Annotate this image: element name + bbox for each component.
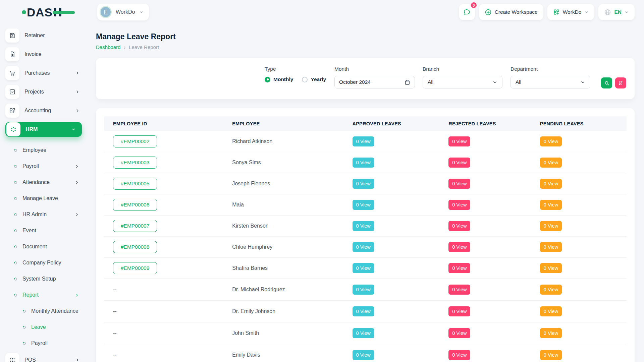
grid-plus-icon <box>5 104 19 118</box>
employee-id-badge[interactable]: #EMP00008 <box>113 241 157 253</box>
rejected-view-button[interactable]: 0 View <box>448 179 470 189</box>
department-select[interactable]: All <box>511 76 590 88</box>
pending-view-button[interactable]: 0 View <box>540 200 562 210</box>
sidebar-item-label: Payroll <box>31 340 48 346</box>
radio-selected-icon <box>265 77 270 82</box>
rejected-view-button[interactable]: 0 View <box>448 306 470 316</box>
sidebar-item-pos[interactable]: POS <box>5 353 82 362</box>
topbar: DAS WorkDo 0 Create Workspace <box>0 0 644 24</box>
reset-filter-button[interactable] <box>615 77 626 88</box>
sidebar-item-projects[interactable]: Projects <box>5 84 82 99</box>
rejected-view-button[interactable]: 0 View <box>448 285 470 295</box>
rejected-view-button[interactable]: 0 View <box>448 263 470 273</box>
approved-view-button[interactable]: 0 View <box>353 263 374 273</box>
table-row: -- Dr. Michael Rodriguez 0 View 0 View 0… <box>104 279 627 301</box>
branch-value: All <box>428 79 433 85</box>
sidebar-item-hrm[interactable]: HRM <box>5 122 82 137</box>
employee-id-badge[interactable]: #EMP00009 <box>113 262 157 274</box>
sidebar-item-company-policy[interactable]: Company Policy <box>5 255 82 271</box>
approved-view-button[interactable]: 0 View <box>353 221 374 231</box>
employee-name: Chloe Humphrey <box>232 244 272 250</box>
sidebar-item-label: Purchases <box>24 70 50 76</box>
pending-view-button[interactable]: 0 View <box>540 136 562 146</box>
rejected-view-button[interactable]: 0 View <box>448 221 470 231</box>
employee-id-badge[interactable]: #EMP00002 <box>113 135 157 147</box>
employee-name: Joseph Fiennes <box>232 181 270 186</box>
sidebar-item-invoice[interactable]: Invoice <box>5 47 82 62</box>
sidebar-item-report[interactable]: Report <box>5 287 82 303</box>
col-rejected-leaves: REJECTED LEAVES <box>439 116 531 131</box>
approved-view-button[interactable]: 0 View <box>353 158 374 168</box>
sidebar-item-employee[interactable]: Employee <box>5 142 82 158</box>
pending-view-button[interactable]: 0 View <box>540 179 562 189</box>
table-row: -- John Smith 0 View 0 View 0 View <box>104 322 627 344</box>
logo-h-glyph <box>54 7 63 17</box>
pending-view-button[interactable]: 0 View <box>540 306 562 316</box>
sidebar-item-attendance[interactable]: Attendance <box>5 174 82 190</box>
sidebar-item-payroll[interactable]: Payroll <box>5 158 82 174</box>
month-input[interactable]: October 2024 <box>334 76 415 88</box>
pending-view-button[interactable]: 0 View <box>540 350 562 360</box>
workspace-menu-label: WorkDo <box>563 9 582 15</box>
sidebar-item-manage-leave[interactable]: Manage Leave <box>5 190 82 206</box>
breadcrumb: Dashboard › Leave Report <box>96 44 635 50</box>
invoice-file-icon <box>5 47 19 61</box>
table-row: #EMP00008 Chloe Humphrey 0 View 0 View 0… <box>104 237 627 258</box>
employee-id-badge[interactable]: #EMP00007 <box>113 220 157 232</box>
sidebar-item-monthly-attendance[interactable]: Monthly Attendance <box>5 303 82 319</box>
pending-view-button[interactable]: 0 View <box>540 242 562 252</box>
sidebar-item-system-setup[interactable]: System Setup <box>5 271 82 287</box>
pending-view-button[interactable]: 0 View <box>540 285 562 295</box>
rejected-view-button[interactable]: 0 View <box>448 158 470 168</box>
sidebar-item-event[interactable]: Event <box>5 223 82 239</box>
pending-view-button[interactable]: 0 View <box>540 328 562 338</box>
approved-view-button[interactable]: 0 View <box>353 285 374 295</box>
rejected-view-button[interactable]: 0 View <box>448 350 470 360</box>
pending-view-button[interactable]: 0 View <box>540 221 562 231</box>
logo-text: DAS <box>27 6 53 18</box>
employee-id-badge[interactable]: #EMP00006 <box>113 199 157 211</box>
rejected-view-button[interactable]: 0 View <box>448 200 470 210</box>
radio-yearly[interactable]: Yearly <box>302 76 326 82</box>
radio-monthly[interactable]: Monthly <box>265 76 293 82</box>
breadcrumb-dashboard-link[interactable]: Dashboard <box>96 44 120 50</box>
workspace-switcher[interactable]: WorkDo <box>97 4 149 20</box>
bullet-icon <box>13 229 18 233</box>
sidebar-item-accounting[interactable]: Accounting <box>5 103 82 118</box>
sidebar-item-retainer[interactable]: Retainer <box>5 28 82 43</box>
pending-view-button[interactable]: 0 View <box>540 158 562 168</box>
language-selector[interactable]: EN <box>598 4 635 20</box>
branch-select[interactable]: All <box>423 76 502 88</box>
employee-id-badge[interactable]: #EMP00003 <box>113 157 157 169</box>
employee-id-empty: -- <box>113 330 117 336</box>
approved-view-button[interactable]: 0 View <box>353 350 374 360</box>
approved-view-button[interactable]: 0 View <box>353 200 374 210</box>
sidebar-item-leave-report[interactable]: Leave <box>5 319 82 335</box>
sidebar-item-hr-admin[interactable]: HR Admin <box>5 206 82 223</box>
leave-report-table: EMPLOYEE ID EMPLOYEE APPROVED LEAVES REJ… <box>96 108 635 362</box>
employee-id-badge[interactable]: #EMP00005 <box>113 178 157 190</box>
approved-view-button[interactable]: 0 View <box>353 306 374 316</box>
filter-card: Type Monthly Yearly Month October 2024 <box>96 58 635 99</box>
approved-view-button[interactable]: 0 View <box>353 242 374 252</box>
approved-view-button[interactable]: 0 View <box>353 179 374 189</box>
sidebar-item-purchases[interactable]: Purchases <box>5 66 82 80</box>
app-logo[interactable]: DAS <box>0 6 88 18</box>
workspace-menu-button[interactable]: WorkDo <box>547 4 595 20</box>
bullet-icon <box>22 325 26 329</box>
search-button[interactable] <box>601 77 612 88</box>
rejected-view-button[interactable]: 0 View <box>448 242 470 252</box>
sidebar-item-document[interactable]: Document <box>5 239 82 255</box>
messages-button[interactable]: 0 <box>459 4 475 20</box>
rejected-view-button[interactable]: 0 View <box>448 136 470 146</box>
approved-view-button[interactable]: 0 View <box>353 136 374 146</box>
approved-view-button[interactable]: 0 View <box>353 328 374 338</box>
sidebar-item-label: Company Policy <box>22 260 61 266</box>
sidebar-item-payroll-report[interactable]: Payroll <box>5 335 82 351</box>
chevron-down-icon <box>139 10 144 14</box>
pending-view-button[interactable]: 0 View <box>540 263 562 273</box>
sidebar: Retainer Invoice Purchases Projects Acco… <box>0 24 88 362</box>
bullet-icon <box>13 261 18 265</box>
rejected-view-button[interactable]: 0 View <box>448 328 470 338</box>
create-workspace-button[interactable]: Create Workspace <box>479 4 543 20</box>
